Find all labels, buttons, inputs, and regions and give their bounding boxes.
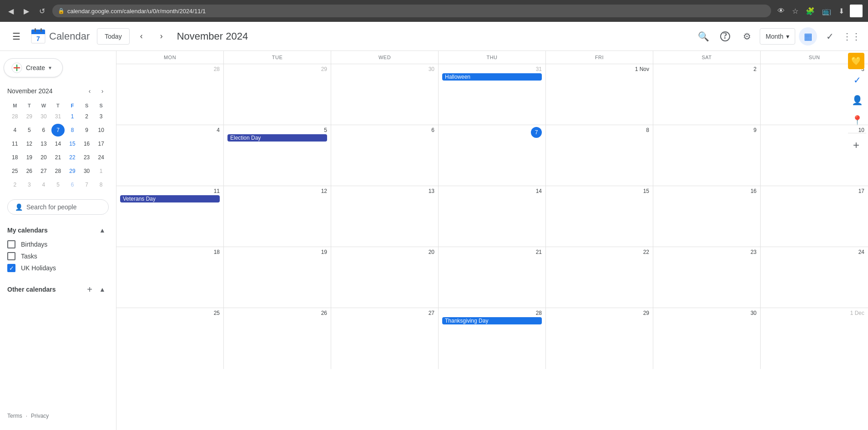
mini-cal-day[interactable]: 8 <box>66 124 79 137</box>
mini-cal-day[interactable]: 30 <box>37 110 50 123</box>
mini-cal-day[interactable]: 29 <box>66 165 79 177</box>
mini-cal-day[interactable]: 6 <box>37 124 50 137</box>
cal-cell-oct31[interactable]: 31 Halloween <box>439 64 546 125</box>
cal-cell-nov7-today[interactable]: 7 <box>439 125 546 186</box>
mini-prev-button[interactable]: ‹ <box>83 85 96 97</box>
cal-cell-nov4[interactable]: 4 <box>116 125 224 186</box>
settings-button[interactable]: ⚙ <box>738 27 756 46</box>
mini-cal-day[interactable]: 1 <box>66 110 79 123</box>
mini-cal-day[interactable]: 3 <box>23 178 36 191</box>
help-button[interactable]: ? <box>716 27 734 46</box>
back-button[interactable]: ◀ <box>5 5 16 17</box>
maps-side-button[interactable]: 📍 <box>848 111 866 129</box>
mini-cal-day[interactable]: 5 <box>23 124 36 137</box>
mini-cal-day[interactable]: 4 <box>37 178 50 191</box>
forward-button[interactable]: ▶ <box>21 5 32 17</box>
cal-cell-nov29[interactable]: 29 <box>546 308 653 369</box>
cal-cell-nov17[interactable]: 17 <box>761 186 868 247</box>
mini-cal-day[interactable]: 20 <box>37 151 50 164</box>
cal-cell-nov18[interactable]: 18 <box>116 247 224 308</box>
mini-cal-day[interactable]: 2 <box>8 178 22 191</box>
search-people-input[interactable]: 👤 Search for people <box>7 199 109 215</box>
mini-cal-day[interactable]: 7 <box>51 124 65 137</box>
mini-cal-day[interactable]: 22 <box>66 151 79 164</box>
mini-cal-day[interactable]: 11 <box>8 137 22 150</box>
mini-cal-day[interactable]: 9 <box>80 124 94 137</box>
add-other-calendar-button[interactable]: + <box>83 283 96 296</box>
google-apps-button[interactable]: ⋮⋮ <box>843 27 861 46</box>
search-button[interactable]: 🔍 <box>694 27 712 46</box>
mini-cal-day[interactable]: 5 <box>51 178 65 191</box>
cal-cell-nov24[interactable]: 24 <box>761 247 868 308</box>
mini-cal-day[interactable]: 16 <box>80 137 94 150</box>
cal-cell-nov30[interactable]: 30 <box>653 308 761 369</box>
uk-holidays-checkbox[interactable]: ✓ <box>7 264 15 272</box>
tasks-side-button[interactable]: ✓ <box>848 71 866 89</box>
mini-cal-day[interactable]: 30 <box>80 165 94 177</box>
calendar-view-button[interactable]: ▦ <box>799 27 817 46</box>
election-day-event[interactable]: Election Day <box>227 134 327 142</box>
cal-cell-oct30[interactable]: 30 <box>331 64 439 125</box>
veterans-day-event[interactable]: Veterans Day <box>120 195 220 202</box>
cal-cell-nov15[interactable]: 15 <box>546 186 653 247</box>
hamburger-button[interactable]: ☰ <box>7 27 25 46</box>
other-calendars-collapse-button[interactable]: ▲ <box>96 283 109 296</box>
mini-cal-day[interactable]: 12 <box>23 137 36 150</box>
mini-cal-day[interactable]: 4 <box>8 124 22 137</box>
today-button[interactable]: Today <box>97 28 129 45</box>
cal-cell-nov19[interactable]: 19 <box>224 247 331 308</box>
browser-star-icon[interactable]: ☆ <box>790 5 800 17</box>
profile-avatar[interactable] <box>850 5 863 17</box>
create-button[interactable]: Create ▾ <box>4 58 63 77</box>
mini-cal-day[interactable]: 19 <box>23 151 36 164</box>
browser-download-icon[interactable]: ⬇ <box>837 5 846 17</box>
mini-cal-day[interactable]: 28 <box>51 165 65 177</box>
terms-link[interactable]: Terms <box>7 413 22 419</box>
mini-cal-day[interactable]: 7 <box>80 178 94 191</box>
mini-cal-day[interactable]: 14 <box>51 137 65 150</box>
cal-cell-nov11[interactable]: 11 Veterans Day <box>116 186 224 247</box>
mini-next-button[interactable]: › <box>96 85 109 97</box>
cal-cell-nov2[interactable]: 2 <box>653 64 761 125</box>
browser-ext-icon[interactable]: 🧩 <box>804 5 817 17</box>
mini-cal-day[interactable]: 25 <box>8 165 22 177</box>
mini-cal-day[interactable]: 8 <box>94 178 108 191</box>
cal-cell-nov27[interactable]: 27 <box>331 308 439 369</box>
mini-cal-day[interactable]: 28 <box>8 110 22 123</box>
cal-cell-nov6[interactable]: 6 <box>331 125 439 186</box>
browser-eye-icon[interactable]: 👁 <box>776 5 787 17</box>
view-selector[interactable]: Month ▾ <box>760 28 795 45</box>
calendar-item-birthdays[interactable]: Birthdays <box>4 238 112 250</box>
browser-cast-icon[interactable]: 📺 <box>820 5 833 17</box>
mini-cal-day[interactable]: 24 <box>94 151 108 164</box>
mini-cal-day[interactable]: 3 <box>94 110 108 123</box>
keep-icon-button[interactable]: 💛 <box>848 53 864 69</box>
mini-cal-day[interactable]: 27 <box>37 165 50 177</box>
cal-cell-nov21[interactable]: 21 <box>439 247 546 308</box>
cal-cell-nov16[interactable]: 16 <box>653 186 761 247</box>
privacy-link[interactable]: Privacy <box>31 413 49 419</box>
cal-cell-nov1[interactable]: 1 Nov <box>546 64 653 125</box>
my-calendars-collapse-button[interactable]: ▲ <box>96 224 109 237</box>
add-side-button[interactable]: + <box>848 137 864 153</box>
mini-cal-day[interactable]: 21 <box>51 151 65 164</box>
mini-cal-day[interactable]: 18 <box>8 151 22 164</box>
mini-cal-day[interactable]: 23 <box>80 151 94 164</box>
mini-cal-day[interactable]: 29 <box>23 110 36 123</box>
mini-cal-day[interactable]: 13 <box>37 137 50 150</box>
cal-cell-nov5[interactable]: 5 Election Day <box>224 125 331 186</box>
mini-cal-day[interactable]: 17 <box>94 137 108 150</box>
mini-cal-day[interactable]: 31 <box>51 110 65 123</box>
mini-cal-day[interactable]: 15 <box>66 137 79 150</box>
mini-cal-day[interactable]: 1 <box>94 165 108 177</box>
mini-cal-day[interactable]: 2 <box>80 110 94 123</box>
cal-cell-nov23[interactable]: 23 <box>653 247 761 308</box>
tasks-view-button[interactable]: ✓ <box>821 27 839 46</box>
calendar-item-tasks[interactable]: Tasks <box>4 250 112 262</box>
contacts-side-button[interactable]: 👤 <box>848 91 866 109</box>
next-month-button[interactable]: › <box>153 28 170 45</box>
mini-cal-day[interactable]: 6 <box>66 178 79 191</box>
cal-cell-nov13[interactable]: 13 <box>331 186 439 247</box>
cal-cell-nov25[interactable]: 25 <box>116 308 224 369</box>
halloween-event[interactable]: Halloween <box>442 73 542 81</box>
